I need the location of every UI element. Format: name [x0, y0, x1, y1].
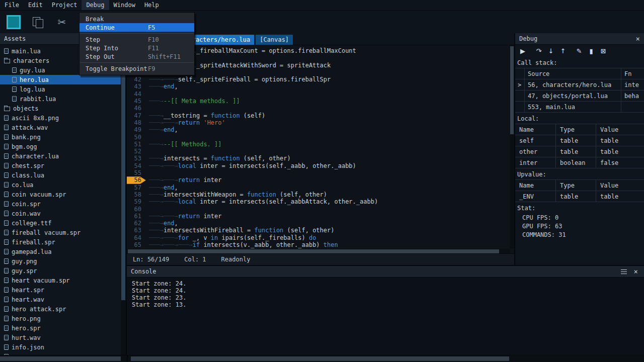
line-number[interactable]: 53	[127, 155, 146, 162]
line-number[interactable]: 62	[127, 220, 146, 227]
code-row[interactable]: 57───→end,	[127, 184, 510, 191]
asset-item-college-ttf[interactable]: college.ttf	[0, 218, 121, 228]
asset-item-heart-spr[interactable]: heart.spr	[0, 285, 121, 295]
local-var-row[interactable]: othertabletable	[515, 146, 644, 157]
asset-item-log-lua[interactable]: log.lua	[0, 84, 121, 94]
code-row[interactable]: 49───→end,	[127, 126, 510, 133]
editor-hscroll-thumb[interactable]	[128, 249, 499, 253]
current-line-marker[interactable]: 56	[127, 176, 146, 184]
asset-item-character-lua[interactable]: character.lua	[0, 151, 121, 161]
menu-help[interactable]: Help	[140, 0, 164, 10]
assets-vscroll-thumb[interactable]	[121, 45, 125, 300]
code-row[interactable]: 53───→intersects = function (self, other…	[127, 155, 510, 162]
clear-breakpoints-icon[interactable]: ⊠	[599, 47, 608, 55]
asset-item-objects[interactable]: objects	[0, 104, 121, 113]
new-project-icon[interactable]	[5, 14, 22, 31]
step-into-icon[interactable]: ↓	[546, 47, 555, 55]
asset-item-hero-spr[interactable]: hero.spr	[0, 323, 121, 333]
debug-close-icon[interactable]: ×	[636, 35, 640, 42]
line-number[interactable]: 44	[127, 90, 146, 98]
cut-icon[interactable]: ✂	[53, 14, 70, 31]
line-number[interactable]: 45	[127, 98, 146, 105]
line-number[interactable]: 60	[127, 206, 146, 213]
code-row[interactable]: 59───→───→local inter = intersects(self.…	[127, 198, 510, 205]
line-number[interactable]: 46	[127, 105, 146, 112]
line-number[interactable]: 51	[127, 141, 146, 148]
asset-item-coin-vacuum-spr[interactable]: coin vacuum.spr	[0, 190, 121, 199]
call-stack-row[interactable]: 47, objects/portal.luabeha	[515, 90, 644, 102]
menu-debug[interactable]: Debug	[82, 0, 109, 10]
code-row[interactable]: 48───→───→return 'Hero'	[127, 119, 510, 126]
sidebar-hscrollbar[interactable]	[0, 355, 127, 362]
menu-item-toggle-breakpoint[interactable]: Toggle BreakpointF9	[79, 64, 194, 73]
line-number[interactable]: 65	[127, 241, 146, 248]
code-row[interactable]: 50	[127, 134, 510, 141]
code-row[interactable]: 58───→intersectsWithWeapon = function (s…	[127, 191, 510, 198]
line-number[interactable]: 52	[127, 148, 146, 155]
asset-item-fireball-vacuum-spr[interactable]: fireball vacuum.spr	[0, 228, 121, 237]
code-row[interactable]: 65───→───→───→if intersects(v._aabb, oth…	[127, 241, 510, 248]
line-number[interactable]: 61	[127, 213, 146, 220]
code-row[interactable]: 46	[127, 105, 510, 112]
fill-breakpoint-icon[interactable]: ▮	[587, 47, 596, 55]
asset-item-hero-lua[interactable]: hero.lua	[0, 75, 121, 84]
continue-icon[interactable]: ▶	[518, 47, 527, 55]
menu-project[interactable]: Project	[47, 0, 82, 10]
asset-item-co-lua[interactable]: co.lua	[0, 180, 121, 190]
asset-item-coin-wav[interactable]: coin.wav	[0, 209, 121, 218]
menu-item-break[interactable]: Break	[79, 15, 194, 23]
menu-item-step-out[interactable]: Step OutShift+F11	[79, 52, 194, 61]
line-number[interactable]: 47	[127, 112, 146, 119]
upvalue-var-row[interactable]: _ENVtabletable	[515, 191, 644, 202]
asset-item-heart-wav[interactable]: heart.wav	[0, 295, 121, 304]
edit-breakpoint-icon[interactable]: ✎	[575, 47, 584, 55]
local-var-row[interactable]: selftabletable	[515, 135, 644, 146]
line-number[interactable]: 64	[127, 234, 146, 241]
line-number[interactable]: 54	[127, 162, 146, 169]
copy-icon[interactable]	[29, 14, 46, 31]
code-row[interactable]: 47───→__tostring = function (self)	[127, 112, 510, 119]
line-number[interactable]: 42	[127, 76, 146, 83]
asset-item-coin-spr[interactable]: coin.spr	[0, 199, 121, 209]
code-row[interactable]: 55	[127, 169, 510, 176]
main-hscroll-thumb[interactable]	[131, 356, 509, 361]
line-number[interactable]: 43	[127, 83, 146, 90]
asset-item-hero-png[interactable]: hero.png	[0, 314, 121, 323]
line-number[interactable]: 49	[127, 126, 146, 133]
asset-item-info-json[interactable]: info.json	[0, 342, 121, 352]
call-stack-row[interactable]: 553, main.lua	[515, 102, 644, 113]
code-row[interactable]: 44	[127, 90, 510, 98]
code-row[interactable]: 62───→end,	[127, 220, 510, 227]
code-row[interactable]: 45───→--[[ Meta methods. ]]	[127, 98, 510, 105]
asset-item-rabbit-lua[interactable]: rabbit.lua	[0, 94, 121, 104]
asset-item-hero-attack-spr[interactable]: hero attack.spr	[0, 304, 121, 314]
line-number[interactable]: 58	[127, 191, 146, 198]
step-over-icon[interactable]: ↷	[534, 47, 543, 55]
code-row[interactable]: 51───→--[[ Methods. ]]	[127, 141, 510, 148]
tab-canvas[interactable]: [Canvas]	[256, 35, 293, 45]
line-number[interactable]: 48	[127, 119, 146, 126]
code-row[interactable]: 64───→───→for _, v in ipairs(self._fireb…	[127, 234, 510, 241]
asset-item-attack-wav[interactable]: attack.wav	[0, 123, 121, 132]
asset-item-chest-spr[interactable]: chest.spr	[0, 161, 121, 170]
editor-vscroll-thumb[interactable]	[510, 46, 514, 134]
code-row[interactable]: 42───→───→self._spriteFireball = options…	[127, 76, 510, 83]
asset-item-heart-vacuum-spr[interactable]: heart vacuum.spr	[0, 276, 121, 285]
asset-item-bank-png[interactable]: bank.png	[0, 132, 121, 142]
line-number[interactable]: 50	[127, 134, 146, 141]
local-var-row[interactable]: interbooleanfalse	[515, 157, 644, 168]
console-menu-icon[interactable]	[621, 269, 627, 274]
console-close-icon[interactable]: ×	[634, 268, 638, 275]
asset-item-guy-spr[interactable]: guy.spr	[0, 266, 121, 276]
call-stack-row[interactable]: >56, characters/hero.luainte	[515, 79, 644, 90]
line-number[interactable]: 55	[127, 169, 146, 176]
asset-item-class-lua[interactable]: class.lua	[0, 170, 121, 180]
code-row[interactable]: 63───→intersectsWithFireball = function …	[127, 227, 510, 234]
line-number[interactable]: 59	[127, 198, 146, 205]
step-out-icon[interactable]: ↑	[558, 47, 568, 55]
menu-item-continue[interactable]: ContinueF5	[79, 23, 194, 32]
menu-item-step-into[interactable]: Step IntoF11	[79, 44, 194, 52]
code-row[interactable]: 52	[127, 148, 510, 155]
code-row[interactable]: 54───→───→local inter = intersects(self.…	[127, 162, 510, 169]
asset-item-gamepad-lua[interactable]: gamepad.lua	[0, 247, 121, 256]
